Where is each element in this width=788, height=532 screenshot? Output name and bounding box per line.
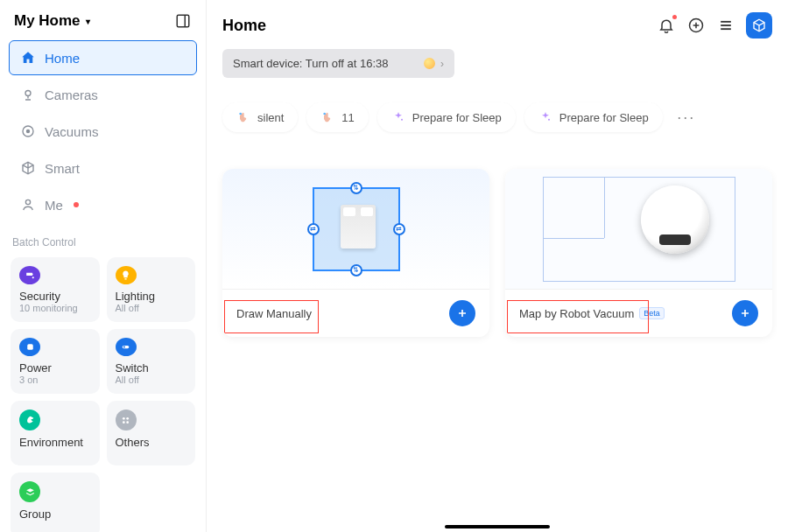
resize-handle-left: ⇄ (307, 223, 320, 235)
batch-card-lighting[interactable]: Lighting All off (107, 257, 196, 322)
card-sub: All off (116, 303, 187, 313)
list-icon[interactable] (716, 16, 735, 35)
home-dropdown[interactable]: My Home ▾ (14, 12, 90, 30)
card-draw-manually[interactable]: ⇅ ⇅ ⇄ ⇄ Draw Manually (222, 169, 489, 337)
card-sub: All off (116, 374, 187, 385)
svg-point-23 (324, 113, 327, 116)
panel-layout-icon[interactable] (174, 12, 192, 30)
batch-card-others[interactable]: Others (107, 401, 196, 466)
batch-card-switch[interactable]: Switch All off (107, 329, 196, 394)
user-icon (20, 197, 36, 213)
sidebar-item-me[interactable]: Me (9, 187, 197, 222)
3d-cube-button[interactable] (746, 12, 772, 38)
beta-badge: Beta (639, 307, 665, 319)
more-scenes-button[interactable]: ··· (672, 102, 701, 132)
card-title: Power (19, 361, 91, 374)
scene-label: 11 (341, 111, 354, 124)
scene-pill-prepare-sleep-2[interactable]: Prepare for Sleep (524, 102, 663, 132)
svg-point-11 (123, 346, 125, 347)
leaf-icon (19, 410, 40, 430)
map-preview (505, 169, 772, 289)
chevron-right-icon: › (440, 58, 444, 70)
svg-point-2 (25, 91, 31, 96)
svg-point-14 (123, 421, 125, 424)
sidebar-item-label: Home (45, 51, 80, 66)
scene-label: Prepare for Sleep (412, 111, 502, 124)
svg-point-12 (123, 416, 125, 419)
svg-point-5 (25, 200, 30, 204)
sidebar-item-label: Me (45, 198, 63, 213)
layers-icon (19, 481, 40, 502)
svg-point-15 (126, 421, 129, 424)
robot-vacuum-graphic (641, 186, 709, 254)
batch-control-label: Batch Control (9, 236, 197, 257)
scene-pills: silent 11 Prepare for Sleep Prepare for … (222, 102, 772, 132)
touch-icon (236, 110, 250, 124)
page-title: Home (222, 17, 266, 35)
scene-pill-prepare-sleep-1[interactable]: Prepare for Sleep (377, 102, 516, 132)
sidebar-item-vacuums[interactable]: Vacuums (9, 114, 197, 149)
plug-icon (19, 338, 40, 356)
scene-label: silent (257, 111, 284, 124)
notifications-icon[interactable] (657, 16, 676, 35)
card-title: Others (116, 436, 187, 449)
cube-icon (20, 160, 36, 176)
scene-pill-silent[interactable]: silent (222, 102, 298, 132)
batch-card-power[interactable]: Power 3 on (11, 329, 100, 394)
notification-dot (74, 202, 79, 207)
camera-fill-icon (19, 266, 40, 284)
sidebar-item-smart[interactable]: Smart (9, 150, 197, 186)
card-label: Draw Manually (236, 307, 312, 320)
sidebar-item-label: Cameras (45, 88, 98, 102)
svg-point-8 (28, 346, 29, 347)
resize-handle-right: ⇄ (393, 223, 405, 235)
card-map-robot[interactable]: Map by Robot Vacuum Beta (505, 169, 772, 337)
svg-point-9 (30, 346, 31, 347)
camera-icon (20, 87, 36, 102)
card-title: Switch (116, 361, 187, 374)
batch-card-group[interactable]: Group (11, 472, 100, 532)
card-title: Environment (19, 436, 91, 449)
home-icon (20, 50, 36, 66)
sidebar-item-cameras[interactable]: Cameras (9, 77, 197, 112)
card-title: Group (19, 508, 91, 521)
svg-point-25 (548, 119, 550, 121)
card-sub: 3 on (19, 374, 91, 385)
caret-down-icon: ▾ (86, 17, 90, 26)
batch-grid: Security 10 monitoring Lighting All off … (9, 257, 197, 532)
sun-icon (424, 58, 435, 69)
card-title: Security (19, 290, 91, 303)
resize-handle-bottom: ⇅ (350, 264, 362, 276)
banner-text: Smart device: Turn off at 16:38 (233, 57, 389, 70)
card-sub: 10 monitoring (19, 303, 91, 313)
scene-label: Prepare for Sleep (559, 111, 649, 124)
svg-rect-0 (177, 15, 189, 27)
grid-icon (116, 410, 137, 430)
home-indicator (445, 525, 550, 528)
sidebar-item-label: Smart (45, 161, 80, 176)
batch-card-environment[interactable]: Environment (11, 401, 100, 466)
smart-device-banner[interactable]: Smart device: Turn off at 16:38 › (222, 49, 454, 78)
sidebar-item-home[interactable]: Home (9, 40, 197, 75)
notification-dot (672, 15, 677, 19)
sidebar-item-label: Vacuums (45, 124, 98, 139)
add-draw-button[interactable] (449, 300, 475, 326)
svg-point-22 (239, 113, 242, 116)
sidebar-nav: Home Cameras Vacuums Smart Me (9, 40, 197, 222)
svg-point-13 (126, 416, 129, 419)
touch-icon (320, 110, 334, 124)
home-title-text: My Home (14, 12, 81, 30)
svg-rect-7 (27, 344, 33, 350)
svg-point-6 (32, 276, 33, 278)
card-title: Lighting (116, 290, 187, 303)
add-map-button[interactable] (732, 300, 758, 326)
switch-icon (116, 338, 137, 356)
bulb-icon (116, 266, 137, 284)
sparkle-icon (538, 110, 552, 124)
draw-preview: ⇅ ⇅ ⇄ ⇄ (222, 169, 489, 289)
batch-card-security[interactable]: Security 10 monitoring (11, 257, 100, 322)
add-icon[interactable] (686, 16, 706, 35)
vacuum-icon (20, 123, 36, 139)
scene-pill-11[interactable]: 11 (306, 102, 368, 132)
svg-point-24 (401, 119, 403, 121)
